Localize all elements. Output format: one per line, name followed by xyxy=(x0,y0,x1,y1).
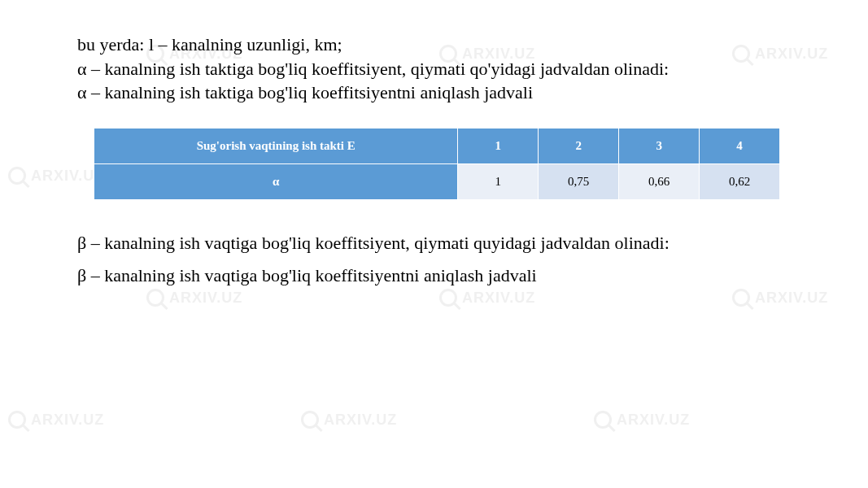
watermark: ARXIV.UZ xyxy=(594,411,690,429)
document-content: bu yerda: l – kanalning uzunligi, km; α … xyxy=(0,0,868,287)
watermark: ARXIV.UZ xyxy=(732,289,828,307)
intro-block: bu yerda: l – kanalning uzunligi, km; α … xyxy=(77,33,791,105)
watermark: ARXIV.UZ xyxy=(8,411,104,429)
table-cell-2: 0,75 xyxy=(539,164,619,200)
alpha-coefficient-table: Sug'orish vaqtining ish takti E 1 2 3 4 … xyxy=(94,128,780,200)
table-data-row: α 1 0,75 0,66 0,62 xyxy=(94,164,780,200)
watermark: ARXIV.UZ xyxy=(301,411,397,429)
paragraph-line-1: bu yerda: l – kanalning uzunligi, km; xyxy=(77,33,791,57)
watermark: ARXIV.UZ xyxy=(439,289,535,307)
table-header-col-4: 4 xyxy=(700,129,780,164)
paragraph-line-3: α – kanalning ish taktiga bog'liq koeffi… xyxy=(77,81,791,105)
table-header-col-2: 2 xyxy=(539,129,619,164)
table-header-col-3: 3 xyxy=(619,129,700,164)
paragraph-line-5: β – kanalning ish vaqtiga bog'liq koeffi… xyxy=(77,264,791,288)
beta-block: β – kanalning ish vaqtiga bog'liq koeffi… xyxy=(77,231,791,255)
paragraph-line-2: α – kanalning ish taktiga bog'liq koeffi… xyxy=(77,57,791,81)
table-header-col-1: 1 xyxy=(458,129,539,164)
watermark: ARXIV.UZ xyxy=(146,289,242,307)
table-cell-1: 1 xyxy=(458,164,539,200)
table-cell-4: 0,62 xyxy=(700,164,780,200)
table-cell-3: 0,66 xyxy=(619,164,700,200)
table-header-label: Sug'orish vaqtining ish takti E xyxy=(94,129,458,164)
beta-block-2: β – kanalning ish vaqtiga bog'liq koeffi… xyxy=(77,264,791,288)
table-header-row: Sug'orish vaqtining ish takti E 1 2 3 4 xyxy=(94,129,780,164)
table-row-label: α xyxy=(94,164,458,200)
paragraph-line-4: β – kanalning ish vaqtiga bog'liq koeffi… xyxy=(77,231,791,255)
